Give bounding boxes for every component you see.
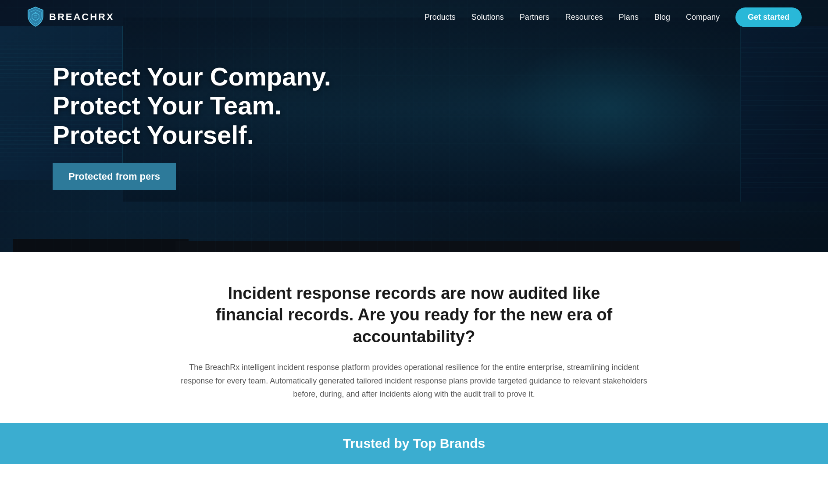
- hero-content: Protect Your Company. Protect Your Team.…: [53, 62, 331, 190]
- hero-headline-line1: Protect Your Company.: [53, 62, 331, 90]
- hero-headline: Protect Your Company. Protect Your Team.…: [53, 62, 331, 149]
- content-headline: Incident response records are now audite…: [195, 283, 633, 348]
- nav-links: Products Solutions Partners Resources Pl…: [425, 7, 802, 27]
- nav-link-solutions[interactable]: Solutions: [471, 13, 504, 22]
- shield-icon: [26, 6, 45, 28]
- brand-name: BREACHRX: [49, 11, 114, 23]
- hero-section: Protect Your Company. Protect Your Team.…: [0, 0, 828, 252]
- nav-link-blog[interactable]: Blog: [654, 13, 670, 22]
- hero-headline-line3: Protect Yourself.: [53, 121, 254, 149]
- hero-cta-button[interactable]: Protected from pers: [53, 163, 176, 190]
- navbar: BREACHRX Products Solutions Partners Res…: [0, 0, 828, 34]
- trusted-section: Trusted by Top Brands: [0, 423, 828, 464]
- nav-link-company[interactable]: Company: [686, 13, 720, 22]
- content-body: The BreachRx intelligent incident respon…: [173, 361, 655, 401]
- trusted-headline: Trusted by Top Brands: [35, 436, 793, 451]
- get-started-button[interactable]: Get started: [735, 7, 802, 27]
- nav-link-partners[interactable]: Partners: [520, 13, 550, 22]
- nav-link-products[interactable]: Products: [425, 13, 456, 22]
- content-section: Incident response records are now audite…: [0, 252, 828, 423]
- hero-headline-line2: Protect Your Team.: [53, 91, 282, 120]
- brand-logo[interactable]: BREACHRX: [26, 6, 114, 28]
- nav-link-plans[interactable]: Plans: [619, 13, 639, 22]
- nav-link-resources[interactable]: Resources: [565, 13, 603, 22]
